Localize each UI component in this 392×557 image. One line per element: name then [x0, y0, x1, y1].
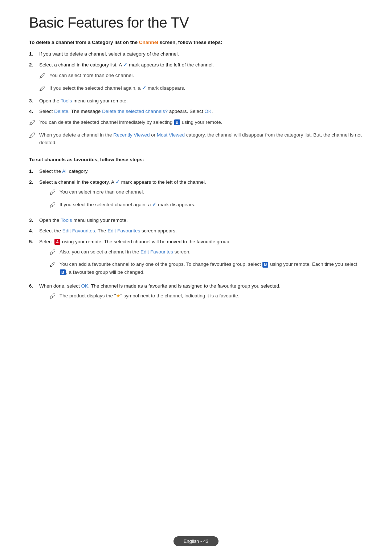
ok-link-s2[interactable]: OK — [81, 283, 89, 289]
edit-favourites-link-s2b[interactable]: Edit Favourites — [107, 228, 140, 233]
most-viewed-link[interactable]: Most Viewed — [157, 132, 185, 138]
delete-channels-link[interactable]: Delete the selected channels? — [102, 109, 168, 114]
section1-heading: To delete a channel from a Category list… — [29, 40, 363, 45]
edit-favourites-link-s2c[interactable]: Edit Favourites — [140, 249, 173, 255]
step-2-4: Select the Edit Favourites. The Edit Fav… — [29, 227, 363, 235]
btn-b-badge3: B — [60, 269, 66, 275]
sub-notes-step5: 🖊 Also, you can select a channel in the … — [39, 248, 363, 276]
step-2-6: When done, select OK. The channel is mad… — [29, 282, 363, 305]
section1-steps-cont: Open the Tools menu using your remote. S… — [29, 97, 363, 115]
checkmark-icon: ✓ — [152, 202, 156, 207]
step-2-3: Open the Tools menu using your remote. — [29, 216, 363, 224]
section1-steps: If you want to delete a channel, select … — [29, 50, 363, 69]
tools-link-s1[interactable]: Tools — [61, 98, 72, 103]
btn-b-badge2: B — [262, 262, 268, 268]
note-1-4a: 🖊 You can delete the selected channel im… — [29, 118, 363, 128]
note-icon: 🖊 — [49, 291, 60, 302]
page-footer: English - 43 — [0, 536, 392, 546]
sub-note-2-5b: 🖊 You can add a favourite channel to any… — [49, 260, 363, 276]
recently-viewed-link[interactable]: Recently Viewed — [113, 132, 150, 138]
note-icon: 🖊 — [29, 130, 39, 141]
step-1-3: Open the Tools menu using your remote. — [29, 97, 363, 105]
section2-heading: To set channels as favourites, follow th… — [29, 157, 363, 162]
step-1-2: Select a channel in the category list. A… — [29, 61, 363, 69]
section2-steps-cont1: Open the Tools menu using your remote. S… — [29, 216, 363, 279]
step-2-2: Select a channel in the category. A ✓ ma… — [29, 178, 363, 214]
channel-link[interactable]: Channel — [139, 40, 158, 45]
sub-note-2-5a: 🖊 Also, you can select a channel in the … — [49, 248, 363, 258]
all-link[interactable]: All — [62, 168, 68, 174]
page-title: Basic Features for the TV — [29, 15, 363, 31]
step-1-4: Select Delete. The message Delete the se… — [29, 107, 363, 115]
checkmark-icon: ✓ — [123, 62, 127, 68]
note-icon: 🖊 — [49, 200, 60, 211]
note-icon: 🖊 — [49, 260, 60, 270]
section2-steps: Select the All category. Select a channe… — [29, 167, 363, 214]
sub-note-2-2a: 🖊 You can select more than one channel. — [49, 188, 363, 198]
btn-b-badge: B — [174, 119, 180, 125]
note-icon: 🖊 — [39, 71, 49, 81]
sub-note-2-6a: 🖊 The product displays the "★" symbol ne… — [49, 292, 363, 302]
star-symbol: ★ — [116, 293, 121, 298]
section2-steps-cont2: When done, select OK. The channel is mad… — [29, 282, 363, 305]
tools-link-s2[interactable]: Tools — [61, 217, 72, 223]
edit-favourites-link-s2a[interactable]: Edit Favourites — [62, 228, 95, 233]
footer-badge: English - 43 — [173, 536, 219, 546]
step-1-1: If you want to delete a channel, select … — [29, 50, 363, 58]
note-1-4b: 🖊 When you delete a channel in the Recen… — [29, 131, 363, 147]
note-1-2b: 🖊 If you select the selected channel aga… — [39, 84, 363, 94]
delete-link[interactable]: Delete — [54, 109, 68, 114]
checkmark-icon: ✓ — [115, 179, 120, 185]
sub-notes-step6: 🖊 The product displays the "★" symbol ne… — [39, 292, 363, 302]
step-2-1: Select the All category. — [29, 167, 363, 175]
note-icon: 🖊 — [39, 84, 49, 94]
note-1-2a: 🖊 You can select more than one channel. — [39, 72, 363, 81]
note-icon: 🖊 — [49, 187, 60, 198]
note-icon: 🖊 — [49, 247, 60, 258]
ok-link-s1[interactable]: OK — [204, 109, 212, 114]
note-icon: 🖊 — [29, 118, 39, 128]
checkmark-icon: ✓ — [142, 85, 146, 91]
btn-a-badge: A — [54, 239, 60, 245]
step-2-5: Select A using your remote. The selected… — [29, 238, 363, 279]
sub-notes-step2: 🖊 You can select more than one channel. … — [39, 188, 363, 211]
sub-note-2-2b: 🖊 If you select the selected channel aga… — [49, 201, 363, 211]
